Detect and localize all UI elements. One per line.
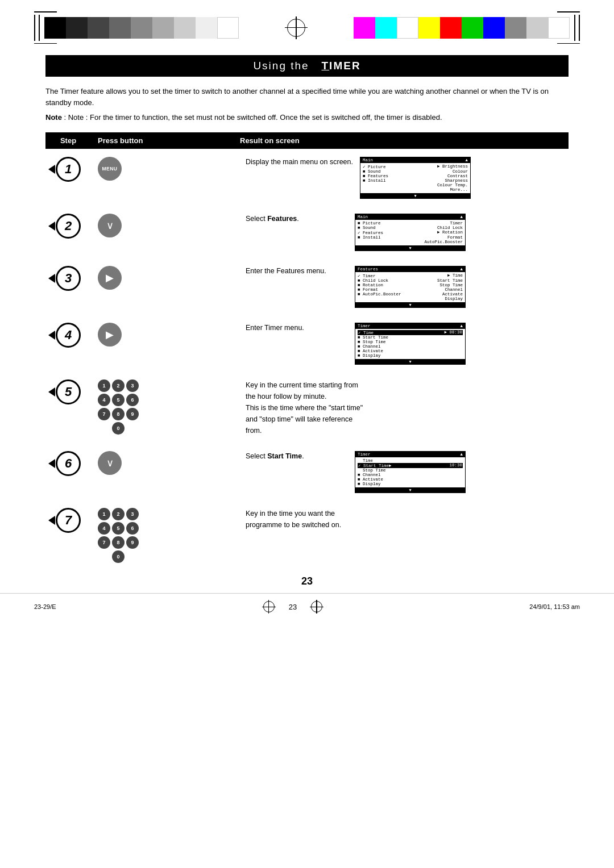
- v-button: ∨: [98, 214, 122, 237]
- gs-block-3: [88, 17, 109, 39]
- gs-block-7: [174, 17, 196, 39]
- table-header: Step Press button Result on screen: [45, 132, 569, 149]
- step-3-screen: Features▲ ✓ Timer► Time ■ Child LockStar…: [355, 266, 466, 308]
- table-row: 6 ∨ Select Start Time. Timer▲ Time ✓ Sta…: [45, 449, 569, 495]
- table-row: 1 MENU Display the main menu on screen. …: [45, 155, 569, 201]
- intro-text-1: The Timer feature allows you to set the …: [45, 86, 569, 108]
- gs-block-2: [66, 17, 88, 39]
- color-block-magenta: [354, 17, 375, 39]
- step-number-5: 5: [45, 377, 91, 404]
- gs-block-6: [152, 17, 174, 39]
- step-number-2: 2: [45, 211, 91, 239]
- color-block-lightgray: [526, 17, 548, 39]
- step-7-description: Key in the time you want the programme t…: [239, 506, 569, 533]
- step-4-description: Enter Timer menu.: [246, 323, 348, 333]
- step-5-description: Key in the current time starting from th…: [239, 377, 569, 439]
- step-2-description: Select Features.: [246, 214, 348, 224]
- color-blocks: [354, 17, 570, 39]
- step-4-content: Enter Timer menu. Timer▲ ✓ Time► 08:30 ■…: [239, 320, 569, 367]
- gs-block-5: [131, 17, 152, 39]
- step-4-press: ▶: [91, 320, 239, 349]
- color-block-yellow: [418, 17, 440, 39]
- arrow-right-button-2: ▶: [98, 323, 122, 347]
- numpad-7: 1 2 3 4 5 6 7 8 9 0: [98, 508, 139, 563]
- step-6-screen: Timer▲ Time ✓ Start Time►10:30 Stop Time…: [355, 451, 466, 493]
- title-timer: T: [322, 60, 330, 72]
- color-block-white: [397, 17, 418, 39]
- col-header-step: Step: [45, 132, 91, 149]
- step-number-3: 3: [45, 264, 91, 291]
- numpad-5: 1 2 3 4 5 6 7 8 9 0: [98, 379, 139, 435]
- color-block-red: [440, 17, 462, 39]
- step-number-1: 1: [45, 155, 91, 182]
- col-header-result: Result on screen: [233, 132, 569, 149]
- col-header-press: Press button: [91, 132, 233, 149]
- color-block-cyan: [375, 17, 397, 39]
- step-3-content: Enter the Features menu. Features▲ ✓ Tim…: [239, 264, 569, 310]
- page-title-bar: Using the TIMER: [45, 55, 569, 77]
- footer-left: 23-29/E: [34, 603, 56, 610]
- table-row: 5 1 2 3 4 5 6 7 8 9 0 Key in the current…: [45, 377, 569, 439]
- title-timer-rest: IMER: [329, 60, 361, 72]
- title-using: Using the: [253, 60, 309, 72]
- step-3-description: Enter the Features menu.: [246, 266, 348, 276]
- step-1-content: Display the main menu on screen. Main▲ ✓…: [239, 155, 569, 201]
- table-row: 7 1 2 3 4 5 6 7 8 9 0 Key in the time yo…: [45, 506, 569, 565]
- step-4-screen: Timer▲ ✓ Time► 08:30 ■ Start Time ■ Stop…: [355, 323, 466, 365]
- v-button-2: ∨: [98, 451, 122, 475]
- step-5-press: 1 2 3 4 5 6 7 8 9 0: [91, 377, 239, 437]
- table-row: 2 ∨ Select Features. Main▲ ■ PictureTime…: [45, 211, 569, 253]
- step-number-7: 7: [45, 506, 91, 533]
- step-6-content: Select Start Time. Timer▲ Time ✓ Start T…: [239, 449, 569, 495]
- color-block-gray: [505, 17, 526, 39]
- color-block-blue: [483, 17, 505, 39]
- footer-right-crosshair: [308, 598, 325, 615]
- arrow-right-button: ▶: [98, 266, 122, 290]
- footer-right: 24/9/01, 11:53 am: [529, 603, 580, 610]
- table-row: 3 ▶ Enter the Features menu. Features▲ ✓…: [45, 264, 569, 310]
- footer-center: 23: [289, 603, 297, 611]
- footer: 23-29/E 23 24/9/01, 11:53 am: [0, 593, 614, 620]
- gs-block-1: [44, 17, 66, 39]
- step-6-description: Select Start Time.: [246, 451, 348, 461]
- footer-left-crosshair: [260, 598, 277, 615]
- page-number: 23: [45, 575, 569, 587]
- gs-block-9: [217, 17, 239, 39]
- color-block-white2: [548, 17, 570, 39]
- intro-text-2: Note : Note : For the timer to function,…: [45, 112, 569, 123]
- step-1-description: Display the main menu on screen.: [246, 157, 353, 167]
- step-3-press: ▶: [91, 264, 239, 292]
- step-2-press: ∨: [91, 211, 239, 240]
- center-crosshair: [283, 15, 309, 41]
- step-6-press: ∨: [91, 449, 239, 477]
- step-number-4: 4: [45, 320, 91, 348]
- step-1-screen: Main▲ ✓ Picture► Brightness ■ SoundColou…: [360, 157, 471, 199]
- color-block-green: [462, 17, 483, 39]
- gs-block-8: [196, 17, 217, 39]
- gs-block-4: [109, 17, 131, 39]
- step-number-6: 6: [45, 449, 91, 476]
- table-row: 4 ▶ Enter Timer menu. Timer▲ ✓ Time► 08:…: [45, 320, 569, 367]
- step-2-screen: Main▲ ■ PictureTimer ■ SoundChild Lock ✓…: [355, 214, 466, 251]
- step-7-press: 1 2 3 4 5 6 7 8 9 0: [91, 506, 239, 565]
- menu-button: MENU: [98, 157, 122, 181]
- grayscale-blocks: [44, 17, 239, 39]
- step-2-content: Select Features. Main▲ ■ PictureTimer ■ …: [239, 211, 569, 253]
- step-1-press: MENU: [91, 155, 239, 183]
